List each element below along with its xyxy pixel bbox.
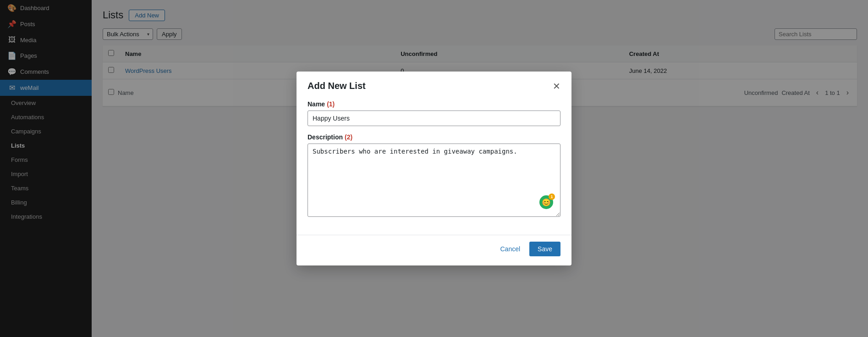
modal-close-button[interactable]: ✕ [553, 82, 560, 91]
save-button[interactable]: Save [529, 242, 560, 256]
list-description-textarea[interactable] [308, 144, 560, 217]
textarea-wrapper: 😊 1 [308, 144, 560, 218]
add-new-list-modal: Add New List ✕ Name (1) Description (2) [297, 72, 571, 265]
modal-title: Add New List [308, 81, 366, 91]
emoji-button[interactable]: 😊 1 [539, 195, 553, 209]
list-name-input[interactable] [308, 110, 560, 126]
name-field-group: Name (1) [308, 100, 560, 126]
modal-header: Add New List ✕ [297, 72, 571, 99]
name-label: Name (1) [308, 100, 560, 108]
description-required-indicator: (2) [345, 133, 352, 141]
modal-overlay[interactable]: Add New List ✕ Name (1) Description (2) [0, 0, 868, 337]
description-field-group: Description (2) 😊 1 [308, 133, 560, 218]
name-required-indicator: (1) [327, 100, 335, 108]
cancel-button[interactable]: Cancel [495, 243, 525, 255]
description-label: Description (2) [308, 133, 560, 141]
modal-footer: Cancel Save [297, 235, 571, 265]
modal-body: Name (1) Description (2) 😊 1 [297, 99, 571, 235]
emoji-badge: 1 [549, 193, 555, 200]
